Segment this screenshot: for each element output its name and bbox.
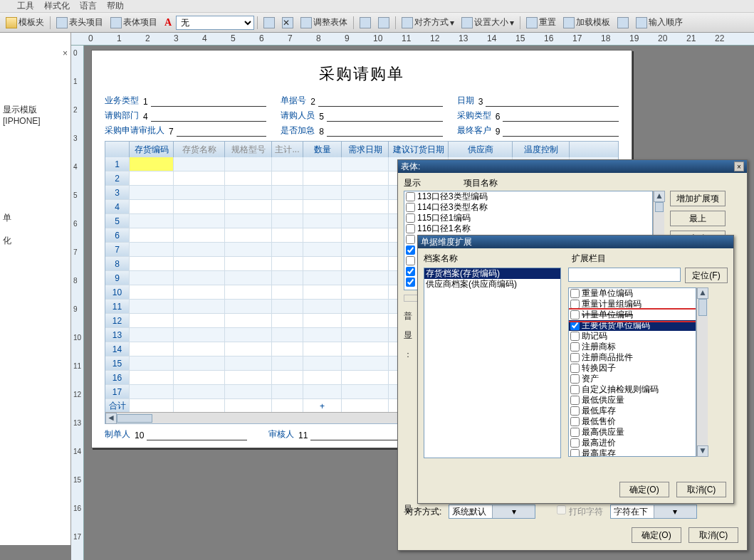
chevron-down-icon[interactable]: ▾ bbox=[492, 505, 535, 518]
adjust-body-button[interactable]: 调整表体 bbox=[298, 15, 350, 30]
scroll-thumb[interactable] bbox=[117, 414, 152, 423]
checkbox[interactable] bbox=[570, 353, 580, 362]
list-item[interactable]: 自定义抽检规则编码 bbox=[569, 384, 696, 395]
checkbox[interactable] bbox=[570, 438, 580, 448]
checkbox[interactable] bbox=[570, 364, 580, 373]
archive-listbox[interactable]: 存货档案(存货编码)供应商档案(供应商编码) bbox=[424, 268, 561, 458]
checkbox[interactable] bbox=[406, 256, 415, 265]
lock-button[interactable] bbox=[614, 16, 632, 30]
checkbox[interactable] bbox=[570, 396, 580, 405]
scroll-left-icon[interactable]: ◄ bbox=[105, 413, 117, 424]
checkbox[interactable] bbox=[406, 224, 415, 233]
chevron-down-icon[interactable]: ▾ bbox=[654, 505, 696, 518]
ok-button[interactable]: 确定(O) bbox=[632, 527, 681, 543]
char-combo[interactable]: 字符在下▾ bbox=[610, 504, 697, 519]
list-item[interactable]: 重量单位编码 bbox=[569, 288, 696, 299]
list-item[interactable]: 转换因子 bbox=[569, 363, 696, 374]
checkbox[interactable] bbox=[570, 310, 580, 319]
ext-listbox[interactable]: 重量单位编码重量计量组编码计量单位编码主要供货单位编码助记码注册商标注册商品批件… bbox=[568, 287, 696, 457]
scroll-thumb[interactable] bbox=[655, 202, 664, 212]
tree-item[interactable]: [IPHONE] bbox=[3, 115, 68, 127]
checkbox[interactable] bbox=[406, 278, 415, 287]
menu-lang[interactable]: 语言 bbox=[80, 0, 97, 12]
col-header[interactable]: 存货编码 bbox=[130, 142, 174, 157]
checkbox[interactable] bbox=[570, 449, 580, 457]
checkbox[interactable] bbox=[406, 235, 415, 244]
list-item[interactable]: 最高进价 bbox=[569, 438, 696, 448]
head-items-button[interactable]: 表头项目 bbox=[53, 15, 106, 30]
tb-icon-btn[interactable] bbox=[375, 16, 392, 30]
checkbox[interactable] bbox=[570, 289, 580, 298]
reset-button[interactable]: 重置 bbox=[523, 15, 559, 30]
font-combo[interactable]: 无 bbox=[176, 16, 254, 30]
list-item[interactable]: 116口径1名称 bbox=[404, 223, 652, 234]
checkbox[interactable] bbox=[570, 300, 580, 309]
field-input[interactable] bbox=[503, 127, 619, 137]
col-header[interactable]: 供应商 bbox=[449, 142, 513, 157]
locate-input[interactable] bbox=[568, 268, 681, 282]
checkbox[interactable] bbox=[570, 321, 580, 330]
field-input[interactable] bbox=[151, 97, 267, 107]
font-button[interactable]: A bbox=[162, 16, 174, 30]
checkbox[interactable] bbox=[570, 428, 580, 437]
size-button[interactable]: 设置大小 ▾ bbox=[459, 15, 517, 30]
print-checkbox[interactable]: 打印字符 bbox=[557, 505, 602, 518]
input-order-button[interactable]: 输入顺序 bbox=[633, 15, 686, 30]
cancel-button[interactable]: 取消(C) bbox=[688, 527, 738, 543]
add-ext-button[interactable]: 增加扩展项 bbox=[670, 191, 726, 206]
list-item[interactable]: 115口径1编码 bbox=[404, 213, 652, 223]
list-item[interactable]: 主要供货单位编码 bbox=[569, 320, 696, 331]
checkbox[interactable] bbox=[570, 332, 580, 341]
menu-style[interactable]: 样式化 bbox=[44, 0, 70, 12]
list-item[interactable]: 113口径3类型编码 bbox=[404, 191, 652, 202]
tree-item[interactable]: 单 bbox=[3, 212, 68, 223]
scrollbar-vertical[interactable]: ▲ ▼ bbox=[696, 287, 708, 457]
col-header[interactable]: 主计... bbox=[272, 142, 303, 157]
list-item[interactable]: 114口径3类型名称 bbox=[404, 202, 652, 213]
tree-item[interactable]: 化 bbox=[3, 235, 68, 246]
top-button[interactable]: 最上 bbox=[670, 211, 726, 226]
scroll-up-icon[interactable]: ▲ bbox=[654, 191, 665, 202]
tb-icon-btn[interactable]: ✕ bbox=[279, 16, 296, 30]
checkbox[interactable] bbox=[570, 374, 580, 384]
align-button[interactable]: 对齐方式 ▾ bbox=[399, 15, 457, 30]
checkbox[interactable] bbox=[570, 417, 580, 426]
menu-tools[interactable]: 工具 bbox=[17, 0, 34, 12]
load-template-button[interactable]: 加载模板 bbox=[560, 15, 613, 30]
list-item[interactable]: 注册商标 bbox=[569, 342, 696, 352]
scroll-thumb[interactable] bbox=[698, 299, 707, 316]
list-item[interactable]: 重量计量组编码 bbox=[569, 299, 696, 310]
col-header[interactable]: 规格型号 bbox=[225, 142, 272, 157]
cancel-button[interactable]: 取消(C) bbox=[676, 482, 726, 497]
list-item[interactable]: 资产 bbox=[569, 374, 696, 384]
col-header[interactable]: 数量 bbox=[303, 142, 342, 157]
field-input[interactable] bbox=[327, 127, 443, 137]
dialog-titlebar[interactable]: 单据维度扩展 bbox=[418, 236, 733, 248]
templates-button[interactable]: 模板夹 bbox=[3, 15, 47, 30]
dialog-titlebar[interactable]: 表体: × bbox=[398, 160, 747, 173]
tree-item[interactable]: 显示模版 bbox=[3, 104, 68, 115]
checkbox[interactable] bbox=[406, 245, 415, 255]
scroll-down-icon[interactable]: ▼ bbox=[697, 445, 708, 457]
col-header[interactable]: 需求日期 bbox=[342, 142, 389, 157]
field-input[interactable] bbox=[318, 97, 443, 107]
checkbox[interactable] bbox=[406, 267, 415, 276]
checkbox[interactable] bbox=[406, 203, 415, 212]
field-input[interactable] bbox=[327, 112, 443, 122]
field-input[interactable] bbox=[486, 97, 619, 107]
body-items-button[interactable]: 表体项目 bbox=[108, 15, 160, 30]
list-item[interactable]: 注册商品批件 bbox=[569, 352, 696, 363]
list-item[interactable]: 最高库存 bbox=[569, 448, 696, 457]
align-combo[interactable]: 系统默认▾ bbox=[449, 504, 535, 519]
locate-button[interactable]: 定位(F) bbox=[685, 268, 728, 283]
field-input[interactable] bbox=[147, 430, 247, 440]
tb-icon-btn[interactable] bbox=[261, 16, 278, 30]
list-item[interactable]: 供应商档案(供应商编码) bbox=[424, 279, 560, 290]
checkbox[interactable] bbox=[570, 385, 580, 394]
close-icon[interactable]: × bbox=[734, 162, 744, 171]
checkbox[interactable] bbox=[406, 213, 415, 223]
template-tree[interactable]: 显示模版 [IPHONE] 单 化 bbox=[0, 33, 70, 246]
col-header[interactable]: 温度控制 bbox=[513, 142, 570, 157]
list-item[interactable]: 助记码 bbox=[569, 331, 696, 342]
col-header[interactable]: 存货名称 bbox=[174, 142, 225, 157]
